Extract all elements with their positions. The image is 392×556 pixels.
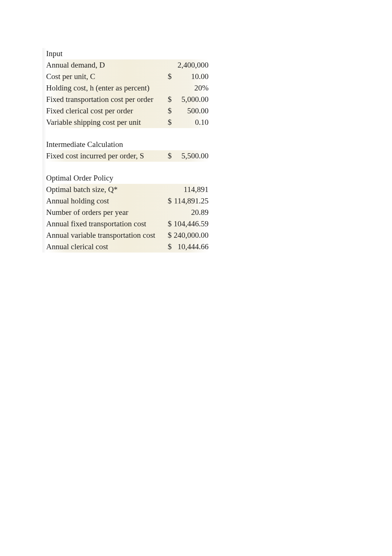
- row-value: 500.00: [172, 105, 209, 117]
- row-label: Fixed transportation cost per order: [46, 94, 159, 105]
- row-label: Annual holding cost: [46, 195, 159, 207]
- row-value: 240,000.00: [172, 230, 209, 241]
- row-label: Annual fixed transportation cost: [46, 218, 159, 230]
- row-value: 104,446.59: [172, 218, 209, 230]
- currency-symbol: $: [159, 94, 172, 105]
- table-row: Fixed cost incurred per order, S $ 5,500…: [46, 150, 209, 162]
- row-value: 114,891: [172, 184, 209, 195]
- row-label: Fixed cost incurred per order, S: [46, 150, 159, 162]
- table-row: Cost per unit, C $ 10.00: [46, 71, 209, 82]
- row-value: 5,500.00: [172, 150, 209, 162]
- currency-symbol: $: [159, 150, 172, 162]
- table-row: Fixed transportation cost per order $ 5,…: [46, 94, 209, 105]
- currency-symbol: $: [159, 105, 172, 117]
- row-label: Annual variable transportation cost: [46, 230, 159, 241]
- currency-symbol: $: [159, 71, 172, 82]
- section-title: Input: [46, 48, 159, 59]
- section-title: Optimal Order Policy: [46, 172, 159, 184]
- table-row: Annual holding cost $ 114,891.25: [46, 195, 209, 207]
- row-label: Holding cost, h (enter as percent): [46, 82, 159, 94]
- row-label: Fixed clerical cost per order: [46, 105, 159, 117]
- currency-symbol: $: [159, 241, 172, 253]
- currency-symbol: $: [159, 218, 172, 230]
- table-row: Holding cost, h (enter as percent) 20%: [46, 82, 209, 94]
- data-table: Input Annual demand, D 2,400,000 Cost pe…: [46, 48, 209, 253]
- row-label: Optimal batch size, Q*: [46, 184, 159, 195]
- currency-symbol: $: [159, 230, 172, 241]
- table-row: Fixed clerical cost per order $ 500.00: [46, 105, 209, 117]
- row-value: 20.89: [172, 207, 209, 218]
- section-header-input: Input: [46, 48, 209, 59]
- spacer-row: [46, 128, 209, 139]
- row-label: Annual clerical cost: [46, 241, 159, 253]
- row-label: Variable shipping cost per unit: [46, 117, 159, 128]
- currency-symbol: [159, 59, 172, 71]
- table-row: Optimal batch size, Q* 114,891: [46, 184, 209, 195]
- currency-symbol: $: [159, 195, 172, 207]
- table-row: Annual variable transportation cost $ 24…: [46, 230, 209, 241]
- currency-symbol: $: [159, 117, 172, 128]
- row-value: 10,444.66: [172, 241, 209, 253]
- row-value: 0.10: [172, 117, 209, 128]
- row-value: 2,400,000: [172, 59, 209, 71]
- row-value: 114,891.25: [172, 195, 209, 207]
- spacer-row: [46, 162, 209, 172]
- row-label: Cost per unit, C: [46, 71, 159, 82]
- table-row: Annual fixed transportation cost $ 104,4…: [46, 218, 209, 230]
- currency-symbol: [159, 82, 172, 94]
- table-row: Annual demand, D 2,400,000: [46, 59, 209, 71]
- row-label: Number of orders per year: [46, 207, 159, 218]
- currency-symbol: [159, 207, 172, 218]
- table-row: Number of orders per year 20.89: [46, 207, 209, 218]
- section-header-intermediate: Intermediate Calculation: [46, 139, 209, 150]
- row-value: 5,000.00: [172, 94, 209, 105]
- row-value: 20%: [172, 82, 209, 94]
- section-header-optimal: Optimal Order Policy: [46, 172, 209, 184]
- section-title: Intermediate Calculation: [46, 139, 159, 150]
- table-row: Variable shipping cost per unit $ 0.10: [46, 117, 209, 128]
- row-value: 10.00: [172, 71, 209, 82]
- currency-symbol: [159, 184, 172, 195]
- row-label: Annual demand, D: [46, 59, 159, 71]
- table-row: Annual clerical cost $ 10,444.66: [46, 241, 209, 253]
